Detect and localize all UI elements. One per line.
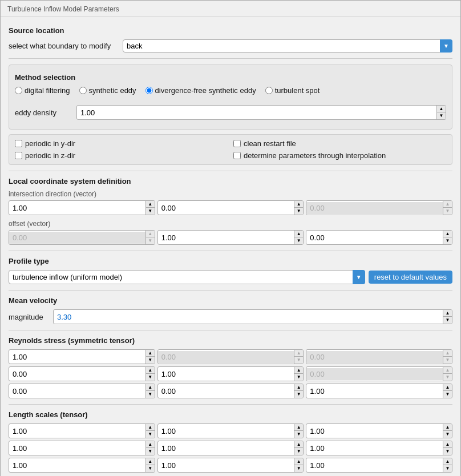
radio-divergence-free-input[interactable]	[145, 87, 153, 94]
reynolds-11-up[interactable]: ▲	[294, 367, 303, 374]
reynolds-21-up[interactable]: ▲	[294, 384, 303, 391]
length-20-input[interactable]	[9, 459, 145, 471]
checkbox-determine-params-input[interactable]	[233, 152, 241, 159]
length-row-2: ▲ ▼ ▲ ▼ ▲ ▼	[9, 441, 452, 455]
reset-button[interactable]: reset to default values	[369, 271, 452, 284]
divider-5	[9, 330, 452, 330]
reynolds-11-input[interactable]	[158, 368, 294, 380]
reynolds-11-down[interactable]: ▼	[294, 374, 303, 381]
length-01-down[interactable]: ▼	[294, 431, 303, 438]
length-00-up[interactable]: ▲	[146, 424, 155, 431]
checkbox-periodic-y-input[interactable]	[15, 140, 22, 147]
length-10-down[interactable]: ▼	[146, 448, 155, 455]
main-window: Turbulence Inflow Model Parameters Sourc…	[0, 0, 461, 476]
offset-y-input[interactable]	[158, 232, 294, 244]
length-00-spinner: ▲ ▼	[9, 423, 155, 438]
offset-x-up: ▲	[146, 231, 155, 237]
length-22-input[interactable]	[306, 459, 443, 471]
reynolds-10-down[interactable]: ▼	[146, 374, 155, 381]
intersection-x-up[interactable]: ▲	[146, 201, 155, 208]
reynolds-00-down[interactable]: ▼	[146, 357, 155, 364]
length-12-down[interactable]: ▼	[443, 448, 452, 455]
offset-y-spinner: ▲ ▼	[157, 230, 304, 245]
radio-synthetic-eddy-input[interactable]	[79, 87, 87, 94]
length-02-spinner: ▲ ▼	[306, 423, 452, 438]
reynolds-00-input[interactable]	[9, 351, 145, 363]
length-11-down[interactable]: ▼	[294, 448, 303, 455]
offset-label: offset (vector)	[9, 220, 452, 228]
boundary-select[interactable]: back front left right top bottom	[123, 39, 452, 53]
length-11-up[interactable]: ▲	[294, 441, 303, 448]
eddy-density-input[interactable]	[77, 107, 436, 119]
reynolds-22-input[interactable]	[306, 385, 443, 397]
length-22-up[interactable]: ▲	[443, 458, 452, 465]
reynolds-22-down[interactable]: ▼	[443, 391, 452, 398]
reynolds-22-up[interactable]: ▲	[443, 384, 452, 391]
intersection-y-btns: ▲ ▼	[294, 201, 303, 215]
reynolds-20-input[interactable]	[9, 385, 145, 397]
reynolds-21-input[interactable]	[158, 385, 294, 397]
magnitude-up-button[interactable]: ▲	[443, 310, 452, 317]
offset-z-down[interactable]: ▼	[443, 237, 452, 244]
offset-y-down[interactable]: ▼	[294, 237, 303, 244]
offset-section: offset (vector) ▲ ▼ ▲ ▼	[9, 220, 452, 245]
intersection-x-input[interactable]	[9, 202, 145, 214]
length-02-down[interactable]: ▼	[443, 431, 452, 438]
length-20-down[interactable]: ▼	[146, 465, 155, 472]
length-row-1: ▲ ▼ ▲ ▼ ▲ ▼	[9, 423, 452, 438]
length-01-up[interactable]: ▲	[294, 424, 303, 431]
radio-digital-filtering-label: digital filtering	[25, 86, 70, 95]
magnitude-down-button[interactable]: ▼	[443, 317, 452, 324]
length-21-down[interactable]: ▼	[294, 465, 303, 472]
length-02-up[interactable]: ▲	[443, 424, 452, 431]
eddy-density-up-button[interactable]: ▲	[437, 106, 446, 112]
length-02-input[interactable]	[306, 425, 443, 437]
reynolds-20-down[interactable]: ▼	[146, 391, 155, 398]
checkbox-periodic-z: periodic in z-dir	[15, 151, 228, 160]
intersection-y-input[interactable]	[158, 202, 294, 214]
reynolds-10-up[interactable]: ▲	[146, 367, 155, 374]
reynolds-00-up[interactable]: ▲	[146, 350, 155, 357]
length-00-input[interactable]	[9, 425, 145, 437]
intersection-y-up[interactable]: ▲	[294, 201, 303, 208]
length-12-up[interactable]: ▲	[443, 441, 452, 448]
magnitude-row: magnitude ▲ ▼	[9, 309, 452, 324]
checkbox-section: periodic in y-dir clean restart file per…	[9, 134, 452, 165]
offset-z-up[interactable]: ▲	[443, 231, 452, 237]
length-21-up[interactable]: ▲	[294, 458, 303, 465]
offset-y-up[interactable]: ▲	[294, 231, 303, 237]
length-21-spinner: ▲ ▼	[157, 458, 304, 473]
length-00-btns: ▲ ▼	[145, 424, 155, 438]
reynolds-21-down[interactable]: ▼	[294, 391, 303, 398]
length-10-up[interactable]: ▲	[146, 441, 155, 448]
reynolds-20-up[interactable]: ▲	[146, 384, 155, 391]
offset-z-input[interactable]	[306, 232, 443, 244]
reynolds-21-btns: ▲ ▼	[294, 384, 303, 398]
magnitude-input[interactable]	[54, 311, 443, 323]
reynolds-11-spinner: ▲ ▼	[157, 366, 304, 381]
profile-select[interactable]: turbulence inflow (uniform model) turbul…	[9, 270, 365, 284]
checkbox-periodic-z-input[interactable]	[15, 152, 22, 159]
checkbox-clean-restart-input[interactable]	[233, 140, 241, 147]
length-01-input[interactable]	[158, 425, 294, 437]
intersection-y-spinner: ▲ ▼	[157, 200, 304, 215]
length-21-input[interactable]	[158, 459, 294, 471]
profile-type-title: Profile type	[9, 257, 452, 265]
length-12-input[interactable]	[306, 442, 443, 454]
length-10-input[interactable]	[9, 442, 145, 454]
intersection-y-down[interactable]: ▼	[294, 208, 303, 215]
intersection-x-down[interactable]: ▼	[146, 208, 155, 215]
length-20-up[interactable]: ▲	[146, 458, 155, 465]
length-11-input[interactable]	[158, 442, 294, 454]
length-00-down[interactable]: ▼	[146, 431, 155, 438]
checkbox-periodic-y-label: periodic in y-dir	[25, 139, 75, 148]
reynolds-row-2: ▲ ▼ ▲ ▼ ▲ ▼	[9, 366, 452, 381]
length-22-down[interactable]: ▼	[443, 465, 452, 472]
eddy-density-down-button[interactable]: ▼	[437, 112, 446, 119]
length-scales-title: Length scales (tensor)	[9, 410, 452, 419]
offset-z-btns: ▲ ▼	[443, 231, 452, 244]
reynolds-10-input[interactable]	[9, 368, 145, 380]
radio-turbulent-spot-input[interactable]	[265, 87, 273, 94]
profile-select-wrapper: turbulence inflow (uniform model) turbul…	[9, 270, 365, 284]
radio-digital-filtering-input[interactable]	[15, 87, 22, 94]
